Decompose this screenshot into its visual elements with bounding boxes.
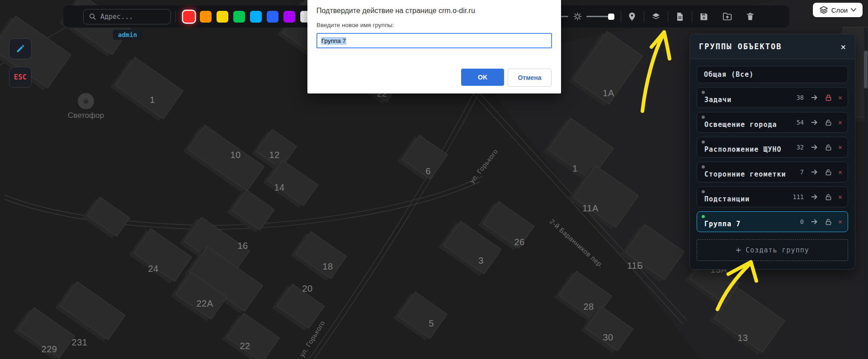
- brightness-icon[interactable]: [573, 12, 582, 21]
- map-building-label: 24: [148, 264, 158, 274]
- map-building-label: 5: [429, 318, 434, 328]
- prompt-dialog: Подтвердите действие на странице crm.o-d…: [307, 0, 561, 93]
- delete-group-icon[interactable]: ✕: [838, 143, 842, 151]
- delete-group-icon[interactable]: ✕: [838, 168, 842, 176]
- brightness-slider[interactable]: [586, 16, 610, 17]
- app-stage: 1221А1012146111А16262418311Б13А2022А2853…: [0, 0, 868, 359]
- color-swatch-red[interactable]: [183, 11, 195, 23]
- groups-panel-header: ГРУППЫ ОБЪЕКТОВ ✕: [690, 34, 855, 59]
- dialog-title: Подтвердите действие на странице crm.o-d…: [316, 7, 552, 15]
- map-street-label: ул. Горького: [298, 319, 326, 359]
- address-search-input[interactable]: Адрес...: [83, 9, 171, 24]
- toolbar-divider: [668, 11, 668, 23]
- toolbar-divider: [621, 11, 621, 23]
- poi-label: Светофор: [54, 111, 118, 120]
- layers-menu-button[interactable]: Слои: [813, 3, 863, 17]
- layers-button-label: Слои: [831, 6, 848, 14]
- lock-open-icon[interactable]: [825, 218, 832, 226]
- location-pin-icon[interactable]: [627, 12, 637, 21]
- edit-tool-button[interactable]: [9, 38, 32, 59]
- delete-group-icon[interactable]: ✕: [838, 193, 842, 201]
- color-swatch-blue[interactable]: [267, 11, 278, 23]
- map-building-label: 26: [514, 237, 524, 247]
- group-item[interactable]: Подстанции111✕: [697, 186, 848, 207]
- group-label: Общая (Все): [704, 70, 754, 79]
- group-label: Расположение ЩУНО: [704, 145, 782, 154]
- group-color-dot: [702, 165, 705, 168]
- chevron-down-icon: [851, 8, 856, 12]
- group-item[interactable]: Сторонние геометки7✕: [697, 162, 848, 182]
- group-item[interactable]: Общая (Все): [697, 66, 848, 83]
- lock-open-icon[interactable]: [825, 193, 832, 201]
- lock-open-icon[interactable]: [825, 119, 832, 126]
- map-building-label: 16: [237, 241, 248, 251]
- group-count: 54: [797, 119, 804, 126]
- map-building-label: 3: [478, 256, 484, 266]
- group-item[interactable]: Освещение города54✕: [697, 112, 848, 133]
- document-icon[interactable]: [675, 12, 684, 21]
- esc-label: ESC: [14, 73, 27, 81]
- delete-group-icon[interactable]: ✕: [838, 118, 842, 126]
- toolbar-divider: [644, 11, 644, 23]
- group-item[interactable]: Расположение ЩУНО32✕: [697, 137, 848, 158]
- color-swatch-green[interactable]: [233, 11, 245, 23]
- goto-group-icon[interactable]: [811, 193, 819, 201]
- save-icon[interactable]: [699, 12, 708, 21]
- map-building-label: 1: [572, 163, 578, 173]
- goto-group-icon[interactable]: [811, 93, 819, 102]
- delete-group-icon[interactable]: ✕: [838, 93, 842, 102]
- toolbar-right-section: [559, 5, 755, 28]
- group-count: 38: [797, 94, 804, 101]
- lock-open-icon[interactable]: [825, 144, 832, 151]
- map-building-label: 11Б: [627, 261, 643, 270]
- goto-group-icon[interactable]: [811, 218, 819, 226]
- map-building-label: 11А: [582, 203, 599, 213]
- ok-button[interactable]: OK: [461, 69, 504, 86]
- color-swatch-orange[interactable]: [200, 11, 212, 23]
- store-icon: [78, 93, 94, 109]
- goto-group-icon[interactable]: [811, 143, 819, 151]
- goto-group-icon[interactable]: [811, 118, 819, 126]
- delete-group-icon[interactable]: ✕: [838, 218, 842, 226]
- page-scrollbar[interactable]: [864, 27, 868, 359]
- color-swatch-yellow[interactable]: [217, 11, 228, 23]
- group-item-actions: 0✕: [800, 212, 842, 232]
- esc-button[interactable]: ESC: [9, 67, 32, 88]
- color-swatch-cyan[interactable]: [250, 11, 262, 23]
- group-count: 111: [793, 193, 804, 200]
- pencil-icon: [16, 44, 25, 53]
- group-color-dot: [702, 91, 705, 94]
- search-icon: [89, 13, 96, 20]
- brightness-slider-thumb[interactable]: [608, 14, 614, 20]
- create-group-button[interactable]: +Создать группу: [697, 239, 848, 261]
- cancel-button[interactable]: Отмена: [508, 69, 552, 87]
- poi-svetofor: Светофор: [54, 93, 118, 120]
- group-item[interactable]: Задачи38✕: [697, 87, 848, 108]
- map-building-label: 30: [603, 332, 613, 342]
- input-selected-text: Группа 7: [321, 37, 346, 45]
- group-name-input[interactable]: Группа 7: [316, 33, 552, 48]
- group-item[interactable]: Группа 70✕: [697, 211, 848, 232]
- dialog-buttons: OK Отмена: [461, 69, 552, 87]
- group-color-dot: [702, 116, 705, 119]
- color-swatch-purple[interactable]: [283, 11, 295, 23]
- map-building-label: 1А: [603, 88, 614, 98]
- map-building-label: 231: [72, 337, 88, 347]
- trash-icon[interactable]: [745, 12, 755, 21]
- lock-closed-icon[interactable]: [825, 94, 832, 102]
- group-color-dot: [702, 190, 705, 193]
- group-color-dot: [702, 140, 705, 144]
- lock-open-icon[interactable]: [825, 168, 832, 176]
- layers-icon[interactable]: [651, 12, 660, 21]
- map-building-label: 18: [322, 261, 333, 271]
- create-group-label: Создать группу: [745, 246, 809, 254]
- map-building-label: 20: [302, 284, 312, 294]
- group-label: Сторонние геометки: [704, 170, 786, 178]
- close-icon[interactable]: ✕: [841, 42, 846, 51]
- map-building-label: 6: [425, 166, 431, 176]
- scrollbar-thumb[interactable]: [864, 51, 868, 89]
- folder-upload-icon[interactable]: [723, 12, 732, 21]
- map-building-label: 12: [269, 150, 279, 160]
- group-item-actions: 32✕: [797, 137, 842, 157]
- goto-group-icon[interactable]: [811, 168, 819, 176]
